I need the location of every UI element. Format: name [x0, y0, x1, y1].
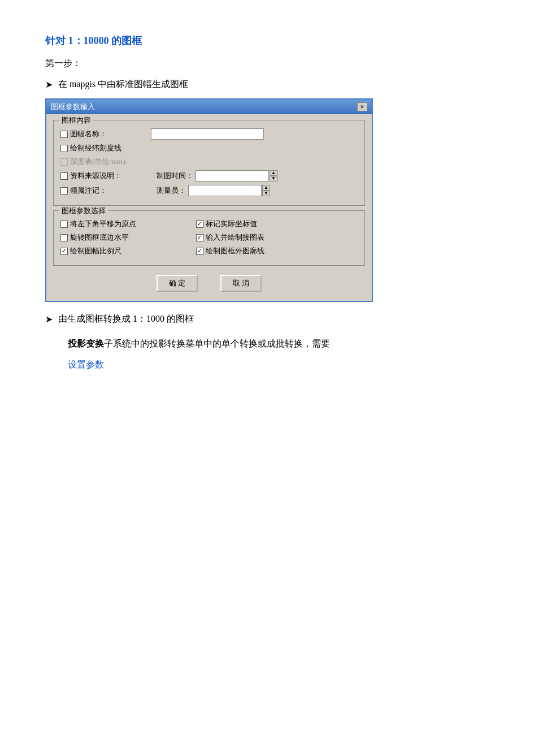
checkbox-source[interactable]: 资料来源说明：	[60, 171, 151, 181]
label-draw-latlon: 绘制经纬刻度线	[70, 143, 121, 153]
input-map-time[interactable]	[196, 170, 269, 182]
dialog-titlebar: 图框参数输入 ×	[46, 100, 372, 114]
bullet-arrow-1: ➤	[45, 79, 53, 90]
bullet-text-2: 由生成图框转换成 1：1000 的图框	[58, 313, 194, 325]
bold-projection: 投影变换	[68, 339, 104, 348]
checkbox-depth[interactable]: 深度表(单位/mm):	[60, 157, 151, 167]
group-label-content: 图框内容	[59, 115, 93, 126]
checkbox-icon-translate-origin	[60, 221, 68, 228]
last-line: 设置参数	[68, 359, 489, 371]
group-frame-params: 图框参数选择 将左下角平移为原点 标记实际坐标值	[53, 210, 365, 266]
page-heading: 针对 1：10000 的图框	[45, 34, 489, 47]
bullet-text-1: 在 mapgis 中由标准图幅生成图框	[58, 79, 188, 90]
checkbox-icon-draw-scale	[60, 248, 68, 255]
bullet-arrow-2: ➤	[45, 314, 53, 325]
checkbox-map-name[interactable]: 图幅名称：	[60, 129, 151, 139]
checkbox-draw-scale[interactable]: 绘制图幅比例尺	[60, 246, 185, 256]
checkbox-icon-depth	[60, 158, 68, 166]
label-surveyor: 测量员：	[157, 185, 186, 196]
dialog-footer: 确 定 取 消	[53, 270, 365, 294]
dialog-title: 图框参数输入	[51, 102, 95, 112]
label-input-junction: 输入并绘制接图表	[206, 232, 264, 243]
spin-buttons-surveyor: ▲ ▼	[262, 185, 270, 196]
checkbox-translate-origin[interactable]: 将左下角平移为原点	[60, 219, 185, 229]
checkbox-icon-source	[60, 172, 68, 180]
paragraph-rest: 子系统中的投影转换菜单中的单个转换或成批转换，需要	[104, 339, 330, 348]
group-label-params: 图框参数选择	[59, 206, 108, 216]
spin-down-surveyor[interactable]: ▼	[262, 191, 270, 196]
label-depth: 深度表(单位/mm):	[70, 157, 127, 167]
label-map-name: 图幅名称：	[70, 129, 107, 139]
checkbox-draw-latlon[interactable]: 绘制经纬刻度线	[60, 143, 151, 153]
spin-surveyor-wrapper: ▲ ▼	[188, 185, 270, 196]
checkbox-mark-coords[interactable]: 标记实际坐标值	[196, 219, 286, 229]
group-frame-content: 图框内容 图幅名称： 绘制经纬刻度线	[53, 120, 365, 206]
checkbox-belonging[interactable]: 领属注记：	[60, 185, 151, 196]
param-row-3: 绘制图幅比例尺 绘制图框外图廓线	[60, 246, 358, 256]
label-draw-outer: 绘制图框外图廓线	[206, 246, 264, 256]
bullet-item-2: ➤ 由生成图框转换成 1：1000 的图框	[45, 313, 489, 325]
dialog-close-button[interactable]: ×	[357, 102, 367, 111]
cancel-button[interactable]: 取 消	[220, 275, 262, 292]
param-row-2: 旋转图框底边水平 输入并绘制接图表	[60, 232, 358, 243]
param-row-1: 将左下角平移为原点 标记实际坐标值	[60, 219, 358, 229]
row-depth: 深度表(单位/mm):	[60, 157, 358, 167]
checkbox-draw-outer[interactable]: 绘制图框外图廓线	[196, 246, 286, 256]
label-belonging: 领属注记：	[70, 185, 107, 196]
input-surveyor[interactable]	[188, 185, 262, 196]
dialog-frame-params: 图框参数输入 × 图框内容 图幅名称： 绘制经纬	[45, 98, 373, 302]
spin-buttons-map-time: ▲ ▼	[270, 170, 277, 182]
row-draw-latlon: 绘制经纬刻度线	[60, 143, 358, 153]
paragraph-text: 投影变换子系统中的投影转换菜单中的单个转换或成批转换，需要	[68, 336, 489, 351]
label-rotate-bottom: 旋转图框底边水平	[70, 232, 129, 243]
checkbox-icon-map-name	[60, 131, 68, 138]
step-label: 第一步：	[45, 58, 489, 70]
label-map-time: 制图时间：	[157, 171, 193, 181]
label-draw-scale: 绘制图幅比例尺	[70, 246, 121, 256]
bullet-item-1: ➤ 在 mapgis 中由标准图幅生成图框	[45, 79, 489, 90]
input-map-name[interactable]	[151, 128, 264, 140]
confirm-button[interactable]: 确 定	[157, 275, 198, 292]
checkbox-icon-rotate-bottom	[60, 234, 68, 241]
checkbox-icon-draw-latlon	[60, 145, 68, 152]
checkbox-icon-mark-coords	[196, 221, 203, 228]
checkbox-icon-input-junction	[196, 234, 203, 241]
checkbox-icon-belonging	[60, 187, 68, 195]
row-map-name: 图幅名称：	[60, 128, 358, 140]
label-mark-coords: 标记实际坐标值	[206, 219, 257, 229]
checkbox-input-junction[interactable]: 输入并绘制接图表	[196, 232, 286, 243]
dialog-body: 图框内容 图幅名称： 绘制经纬刻度线	[46, 114, 372, 301]
spin-up-surveyor[interactable]: ▲	[262, 185, 270, 191]
spin-up-map-time[interactable]: ▲	[270, 170, 277, 176]
spin-map-time-wrapper: ▲ ▼	[196, 170, 277, 182]
label-source: 资料来源说明：	[70, 171, 121, 181]
row-belonging: 领属注记： 测量员： ▲ ▼	[60, 185, 358, 196]
checkbox-rotate-bottom[interactable]: 旋转图框底边水平	[60, 232, 185, 243]
row-source: 资料来源说明： 制图时间： ▲ ▼	[60, 170, 358, 182]
label-translate-origin: 将左下角平移为原点	[70, 219, 136, 229]
spin-down-map-time[interactable]: ▼	[270, 176, 277, 182]
checkbox-icon-draw-outer	[196, 248, 203, 255]
